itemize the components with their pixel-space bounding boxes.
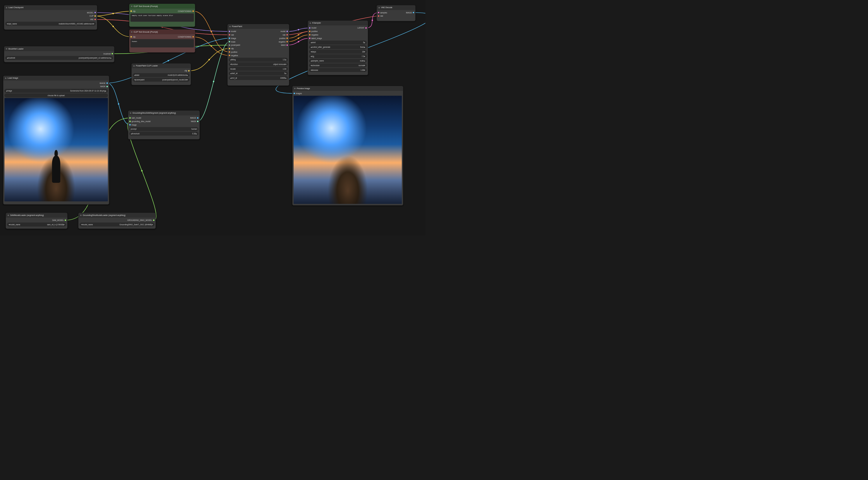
input-port-clip[interactable] <box>130 10 132 12</box>
wire[interactable] <box>107 83 130 125</box>
input-port-images[interactable] <box>293 93 295 94</box>
node-preview[interactable]: Preview Imageimages <box>292 86 403 205</box>
node-title[interactable]: Load Checkpoint <box>4 5 97 10</box>
output-port-MASK[interactable] <box>106 86 108 87</box>
prompt-textarea[interactable]: empty rock over horizon empty scene blur <box>130 13 194 22</box>
input-port-positive[interactable] <box>228 51 230 53</box>
widget-end_at[interactable]: ◀end_at10000▶ <box>228 76 288 80</box>
widget-prompt[interactable]: prompthuman <box>129 127 198 131</box>
wire[interactable] <box>193 37 229 55</box>
input-port-negative[interactable] <box>228 55 230 56</box>
output-port-MASK[interactable] <box>197 121 198 122</box>
widget-control_after_generate[interactable]: ◀control_after_generatefixed▶ <box>309 45 367 49</box>
widget-scheduler[interactable]: ◀schedulernormal▶ <box>309 64 367 68</box>
node-sam_loader[interactable]: SAMModelLoader (segment anything)SAM_MOD… <box>6 213 68 229</box>
node-graph-canvas[interactable]: Load CheckpointMODELCLIPVAE◀ckpt_namerea… <box>0 0 425 235</box>
node-clip_neg[interactable]: CLIP Text Encode (Prompt)clipCONDITIONIN… <box>129 29 195 53</box>
node-title[interactable]: BrushNet Loader <box>4 46 114 51</box>
widget-ckpt_name[interactable]: ◀ckpt_namerealisticVisionV60B1_v51VAE.sa… <box>5 22 96 26</box>
widget-seed[interactable]: ◀seed0▶ <box>309 40 367 44</box>
output-port-model[interactable] <box>286 31 288 32</box>
input-port-grounding_dino_model[interactable] <box>129 121 131 122</box>
input-port-image[interactable] <box>129 124 131 126</box>
output-port-CONDITIONING[interactable] <box>192 36 194 38</box>
output-port-latent[interactable] <box>286 44 288 46</box>
widget-scale[interactable]: ◀scale1.0▶ <box>228 67 288 71</box>
node-clip_pos[interactable]: CLIP Text Encode (Prompt)clipCONDITIONIN… <box>129 4 195 27</box>
wire[interactable] <box>95 16 131 37</box>
collapse-dot-icon[interactable] <box>7 215 9 216</box>
node-load_image[interactable]: Load ImageIMAGEMASK◀imageScreenshot from… <box>3 76 109 204</box>
widget-start_at[interactable]: ◀start_at0▶ <box>228 71 288 75</box>
node-title[interactable]: GroundingDinoModelLoader (segment anythi… <box>79 213 156 218</box>
prompt-textarea[interactable]: human <box>130 39 194 47</box>
node-title[interactable]: Preview Image <box>292 86 403 91</box>
output-port-CLIP[interactable] <box>94 15 96 17</box>
collapse-dot-icon[interactable] <box>378 7 380 8</box>
node-title[interactable]: GroundingDinoSAMSegment (segment anythin… <box>128 111 200 116</box>
output-port-negative[interactable] <box>286 41 288 42</box>
wire[interactable] <box>189 49 229 71</box>
input-port-latent_image[interactable] <box>309 38 311 39</box>
node-title[interactable]: CLIP Text Encode (Prompt) <box>129 29 195 34</box>
output-port-MODEL[interactable] <box>94 12 96 13</box>
output-port-CONDITIONING[interactable] <box>192 10 194 12</box>
output-port-IMAGE[interactable] <box>413 12 414 13</box>
input-port-clip[interactable] <box>130 36 132 38</box>
collapse-dot-icon[interactable] <box>6 48 7 50</box>
collapse-dot-icon[interactable] <box>5 77 6 79</box>
input-port-positive[interactable] <box>309 31 311 32</box>
input-port-model[interactable] <box>228 31 230 32</box>
output-port-vae[interactable] <box>286 34 288 36</box>
output-port-IMAGE[interactable] <box>197 117 198 119</box>
input-port-powerpaint[interactable] <box>228 44 230 46</box>
widget-image[interactable]: ◀imageScreenshot from 2024-05-07 12-22-3… <box>4 89 108 93</box>
widget-model_name[interactable]: ◀model_nameGroundingDINO_SwinT_OGC (694M… <box>80 222 155 226</box>
collapse-dot-icon[interactable] <box>130 113 131 114</box>
collapse-dot-icon[interactable] <box>294 88 296 89</box>
node-title[interactable]: PowerPaint <box>228 24 289 29</box>
widget-sampler_name[interactable]: ◀sampler_nameeuler▶ <box>309 59 367 63</box>
node-dino_loader[interactable]: GroundingDinoModelLoader (segment anythi… <box>79 213 156 229</box>
node-powerpaint[interactable]: PowerPaintmodelmodelvaevaeimagepositivem… <box>227 24 289 86</box>
input-port-mask[interactable] <box>228 41 230 42</box>
input-port-sam_model[interactable] <box>129 117 131 119</box>
wire[interactable] <box>287 28 310 31</box>
upload-button[interactable]: choose file to upload <box>4 93 108 97</box>
wire[interactable] <box>287 35 310 42</box>
output-port-VAE[interactable] <box>94 19 96 20</box>
collapse-dot-icon[interactable] <box>131 31 132 33</box>
widget-brushnet[interactable]: ◀brushnetpowerpaint/powerpaint_v2.safete… <box>5 56 113 60</box>
output-port-brushnet[interactable] <box>112 53 113 55</box>
wire[interactable] <box>193 11 229 52</box>
node-load_ckpt[interactable]: Load CheckpointMODELCLIPVAE◀ckpt_namerea… <box>4 5 97 30</box>
node-pp_clip[interactable]: PowerPaint CLIP Loaderclip◀basemodel.fp1… <box>131 64 191 85</box>
wire[interactable] <box>287 38 310 45</box>
node-title[interactable]: VAE Decode <box>377 5 415 10</box>
output-port-clip[interactable] <box>188 70 189 72</box>
collapse-dot-icon[interactable] <box>133 65 135 67</box>
widget-denoise[interactable]: ◀denoise1.00▶ <box>309 68 367 72</box>
widget-base[interactable]: ◀basemodel.fp16.safetensors▶ <box>133 73 189 77</box>
output-port-SAM_MODEL[interactable] <box>65 220 66 221</box>
wire[interactable] <box>95 11 131 16</box>
node-title[interactable]: SAMModelLoader (segment anything) <box>6 213 67 218</box>
node-title[interactable]: PowerPaint CLIP Loader <box>131 64 191 68</box>
collapse-dot-icon[interactable] <box>131 5 132 7</box>
input-port-vae[interactable] <box>228 34 230 36</box>
output-port-positive[interactable] <box>286 38 288 39</box>
wire[interactable] <box>198 42 229 121</box>
widget-model_name[interactable]: ◀model_namesam_vit_h (2.56GB)▶ <box>7 222 66 226</box>
input-port-samples[interactable] <box>378 12 379 13</box>
output-port-IMAGE[interactable] <box>106 83 108 84</box>
node-title[interactable]: Load Image <box>3 76 109 81</box>
collapse-dot-icon[interactable] <box>310 23 311 24</box>
widget-fitting[interactable]: ◀fitting1.0▶ <box>228 58 288 62</box>
node-vae_decode[interactable]: VAE DecodesamplesIMAGEvae <box>377 5 415 21</box>
input-port-image[interactable] <box>228 38 230 39</box>
node-ksampler[interactable]: KSamplermodelLATENTpositivenegativelaten… <box>308 21 368 75</box>
output-port-GROUNDING_DINO_MODEL[interactable] <box>153 220 155 221</box>
node-gdsam[interactable]: GroundingDinoSAMSegment (segment anythin… <box>128 110 200 139</box>
node-brushnet[interactable]: BrushNet Loaderbrushnet◀brushnetpowerpai… <box>4 46 114 62</box>
widget-threshold[interactable]: ◀threshold0.30▶ <box>129 132 198 136</box>
